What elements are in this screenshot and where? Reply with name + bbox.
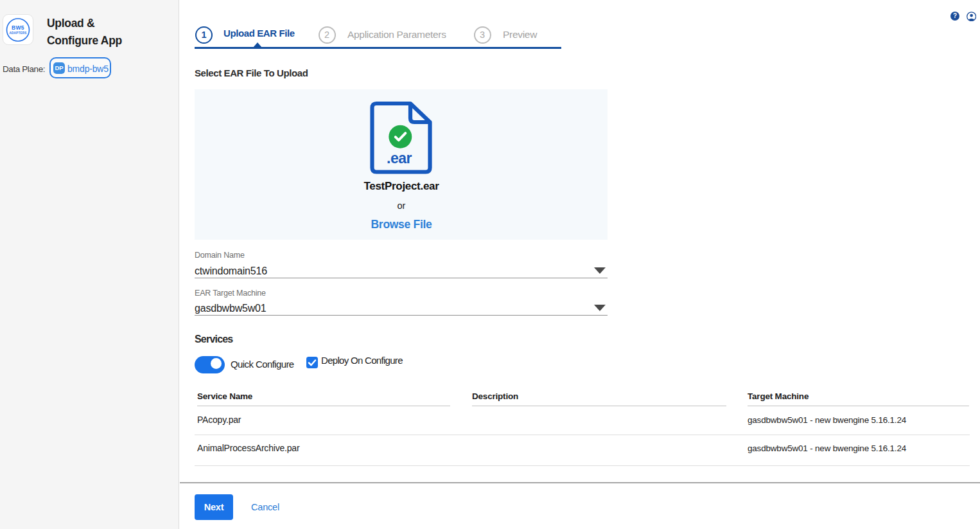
svg-text:ADAPTERS: ADAPTERS [10,31,27,35]
svg-text:.ear: .ear [387,150,412,166]
svg-text:BW5: BW5 [12,24,24,31]
